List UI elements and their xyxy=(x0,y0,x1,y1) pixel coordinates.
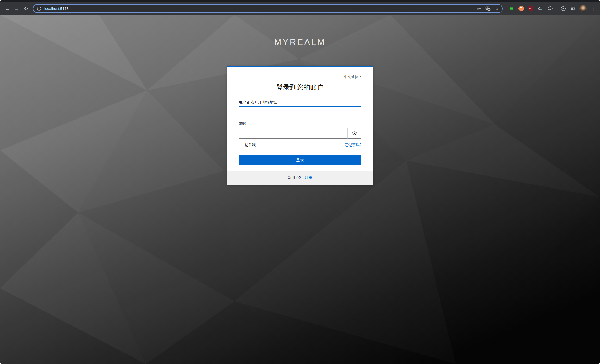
browser-window: ← → ↻ localhost:5173 xyxy=(0,0,600,364)
password-input-group xyxy=(239,128,361,139)
url-text[interactable]: localhost:5173 xyxy=(44,7,477,11)
extensions-puzzle-icon[interactable] xyxy=(547,5,553,12)
new-user-prompt: 新用户? xyxy=(288,175,301,180)
card-footer: 新用户? 注册 xyxy=(227,171,373,185)
chevron-down-icon: ⌄ xyxy=(359,74,361,77)
remember-me-label: 记住我 xyxy=(245,143,256,147)
language-selector-label: 中文简体 xyxy=(344,75,359,79)
c-extension-icon[interactable]: C: xyxy=(537,5,543,12)
orange-t-extension-icon[interactable]: T xyxy=(518,5,524,12)
language-selector[interactable]: 中文简体⌄ xyxy=(239,74,361,79)
performance-leaf-icon[interactable] xyxy=(560,5,566,12)
address-bar[interactable]: localhost:5173 xyxy=(33,4,503,13)
remember-me-checkbox[interactable] xyxy=(239,143,242,147)
forgot-password-link[interactable]: 忘记密码? xyxy=(345,143,361,147)
toolbar-separator xyxy=(557,6,557,11)
bookmark-star-icon[interactable]: ☆ xyxy=(494,6,499,11)
site-info-icon[interactable] xyxy=(36,6,42,11)
window-title-strip xyxy=(0,0,600,2)
login-heading: 登录到您的账户 xyxy=(239,83,361,92)
username-input[interactable] xyxy=(239,106,361,116)
register-link[interactable]: 注册 xyxy=(305,175,312,180)
username-label: 用户名 或 电子邮箱地址 xyxy=(239,100,361,105)
login-card: 中文简体⌄ 登录到您的账户 用户名 或 电子邮箱地址 密码 xyxy=(227,66,373,185)
playlist-icon[interactable] xyxy=(570,5,576,12)
translate-icon[interactable] xyxy=(485,6,491,11)
browser-toolbar: ← → ↻ localhost:5173 xyxy=(0,2,600,15)
login-options-row: 记住我 忘记密码? xyxy=(239,143,361,147)
eye-icon xyxy=(352,131,357,135)
profile-avatar[interactable] xyxy=(579,5,587,12)
green-star-extension-icon[interactable]: ✳ xyxy=(508,5,515,12)
remember-me[interactable]: 记住我 xyxy=(239,143,256,147)
forward-button[interactable]: → xyxy=(12,4,21,13)
password-key-icon[interactable] xyxy=(477,6,482,11)
realm-title: MYREALM xyxy=(0,37,600,47)
reload-button[interactable]: ↻ xyxy=(21,4,31,13)
login-page: MYREALM 中文简体⌄ 登录到您的账户 用户名 或 电子邮箱地址 密码 xyxy=(0,15,600,364)
show-password-button[interactable] xyxy=(347,128,361,139)
browser-menu-icon[interactable]: ⋮ xyxy=(590,5,596,12)
login-form: 用户名 或 电子邮箱地址 密码 xyxy=(239,100,361,165)
password-label: 密码 xyxy=(239,122,361,126)
password-input[interactable] xyxy=(239,128,347,139)
back-button[interactable]: ← xyxy=(3,4,12,13)
extensions-row: ✳ T UO C: xyxy=(508,5,596,12)
login-button[interactable]: 登录 xyxy=(239,155,361,165)
ublock-shield-extension-icon[interactable]: UO xyxy=(528,5,534,12)
